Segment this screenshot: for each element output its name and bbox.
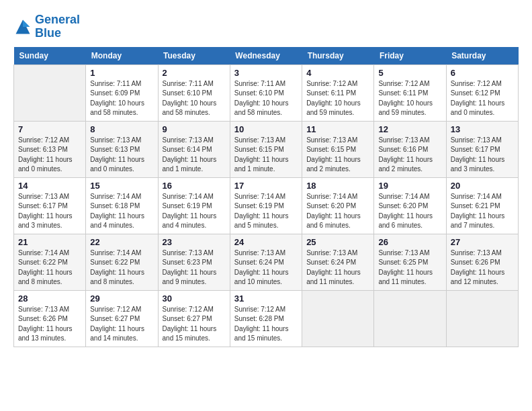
calendar-cell (14, 64, 86, 121)
day-header-friday: Friday (374, 47, 446, 65)
day-number: 23 (163, 237, 226, 247)
day-number: 18 (306, 181, 369, 191)
day-header-saturday: Saturday (446, 47, 518, 65)
day-header-wednesday: Wednesday (230, 47, 302, 65)
calendar-cell: 30Sunrise: 7:12 AMSunset: 6:27 PMDayligh… (158, 290, 230, 347)
day-info: Sunrise: 7:13 AMSunset: 6:14 PMDaylight:… (163, 136, 226, 175)
day-info: Sunrise: 7:11 AMSunset: 6:09 PMDaylight:… (90, 79, 153, 118)
day-info: Sunrise: 7:13 AMSunset: 6:17 PMDaylight:… (18, 192, 81, 231)
calendar-cell: 29Sunrise: 7:12 AMSunset: 6:27 PMDayligh… (86, 290, 158, 347)
day-number: 24 (234, 237, 298, 247)
day-info: Sunrise: 7:13 AMSunset: 6:26 PMDaylight:… (18, 305, 81, 344)
calendar-cell: 24Sunrise: 7:13 AMSunset: 6:24 PMDayligh… (230, 234, 302, 290)
day-number: 10 (234, 124, 298, 134)
day-number: 15 (90, 181, 153, 191)
day-info: Sunrise: 7:14 AMSunset: 6:20 PMDaylight:… (306, 192, 369, 231)
calendar-cell: 28Sunrise: 7:13 AMSunset: 6:26 PMDayligh… (14, 290, 86, 347)
day-info: Sunrise: 7:13 AMSunset: 6:13 PMDaylight:… (90, 136, 153, 175)
calendar-cell: 6Sunrise: 7:12 AMSunset: 6:12 PMDaylight… (446, 64, 518, 121)
day-number: 22 (90, 237, 153, 247)
day-number: 14 (18, 181, 81, 191)
day-number: 27 (451, 237, 514, 247)
logo-text: General Blue (35, 13, 80, 40)
week-row-4: 21Sunrise: 7:14 AMSunset: 6:22 PMDayligh… (14, 234, 519, 290)
calendar-cell: 16Sunrise: 7:14 AMSunset: 6:19 PMDayligh… (158, 177, 230, 234)
day-info: Sunrise: 7:12 AMSunset: 6:12 PMDaylight:… (451, 79, 514, 118)
day-info: Sunrise: 7:14 AMSunset: 6:19 PMDaylight:… (163, 192, 226, 231)
calendar-cell: 21Sunrise: 7:14 AMSunset: 6:22 PMDayligh… (14, 234, 86, 290)
day-number: 16 (163, 181, 226, 191)
calendar-cell: 13Sunrise: 7:13 AMSunset: 6:17 PMDayligh… (446, 121, 518, 177)
day-info: Sunrise: 7:12 AMSunset: 6:11 PMDaylight:… (378, 79, 441, 118)
calendar-table: SundayMondayTuesdayWednesdayThursdayFrid… (13, 47, 519, 347)
week-row-3: 14Sunrise: 7:13 AMSunset: 6:17 PMDayligh… (14, 177, 519, 234)
day-number: 25 (306, 237, 369, 247)
day-info: Sunrise: 7:14 AMSunset: 6:21 PMDaylight:… (451, 192, 514, 231)
day-header-monday: Monday (86, 47, 158, 65)
day-number: 19 (378, 181, 441, 191)
day-info: Sunrise: 7:14 AMSunset: 6:20 PMDaylight:… (378, 192, 441, 231)
day-info: Sunrise: 7:12 AMSunset: 6:11 PMDaylight:… (306, 79, 369, 118)
day-info: Sunrise: 7:12 AMSunset: 6:28 PMDaylight:… (234, 305, 298, 344)
day-number: 28 (18, 293, 81, 304)
day-number: 7 (18, 124, 81, 134)
calendar-cell: 23Sunrise: 7:13 AMSunset: 6:23 PMDayligh… (158, 234, 230, 290)
day-info: Sunrise: 7:13 AMSunset: 6:17 PMDaylight:… (451, 136, 514, 175)
week-row-5: 28Sunrise: 7:13 AMSunset: 6:26 PMDayligh… (14, 290, 519, 347)
day-number: 17 (234, 181, 298, 191)
calendar-cell: 25Sunrise: 7:13 AMSunset: 6:24 PMDayligh… (302, 234, 374, 290)
day-header-sunday: Sunday (14, 47, 86, 65)
day-info: Sunrise: 7:13 AMSunset: 6:24 PMDaylight:… (306, 248, 369, 287)
calendar-cell: 11Sunrise: 7:13 AMSunset: 6:15 PMDayligh… (302, 121, 374, 177)
day-number: 11 (306, 124, 369, 134)
calendar-cell: 19Sunrise: 7:14 AMSunset: 6:20 PMDayligh… (374, 177, 446, 234)
day-number: 4 (306, 68, 369, 78)
calendar-cell: 3Sunrise: 7:11 AMSunset: 6:10 PMDaylight… (230, 64, 302, 121)
calendar-cell: 27Sunrise: 7:13 AMSunset: 6:26 PMDayligh… (446, 234, 518, 290)
day-number: 13 (451, 124, 514, 134)
calendar-cell: 14Sunrise: 7:13 AMSunset: 6:17 PMDayligh… (14, 177, 86, 234)
logo-icon (13, 17, 32, 36)
calendar-cell: 17Sunrise: 7:14 AMSunset: 6:19 PMDayligh… (230, 177, 302, 234)
day-info: Sunrise: 7:14 AMSunset: 6:22 PMDaylight:… (18, 248, 81, 287)
calendar-cell: 18Sunrise: 7:14 AMSunset: 6:20 PMDayligh… (302, 177, 374, 234)
calendar-cell: 10Sunrise: 7:13 AMSunset: 6:15 PMDayligh… (230, 121, 302, 177)
day-info: Sunrise: 7:13 AMSunset: 6:23 PMDaylight:… (163, 248, 226, 287)
day-number: 9 (163, 124, 226, 134)
calendar-cell: 5Sunrise: 7:12 AMSunset: 6:11 PMDaylight… (374, 64, 446, 121)
day-number: 1 (90, 68, 153, 78)
week-row-1: 1Sunrise: 7:11 AMSunset: 6:09 PMDaylight… (14, 64, 519, 121)
day-info: Sunrise: 7:13 AMSunset: 6:15 PMDaylight:… (306, 136, 369, 175)
day-number: 29 (90, 293, 153, 304)
day-info: Sunrise: 7:11 AMSunset: 6:10 PMDaylight:… (234, 79, 298, 118)
day-info: Sunrise: 7:12 AMSunset: 6:13 PMDaylight:… (18, 136, 81, 175)
calendar-cell: 2Sunrise: 7:11 AMSunset: 6:10 PMDaylight… (158, 64, 230, 121)
day-header-tuesday: Tuesday (158, 47, 230, 65)
calendar-cell: 22Sunrise: 7:14 AMSunset: 6:22 PMDayligh… (86, 234, 158, 290)
day-number: 30 (163, 293, 226, 304)
day-number: 3 (234, 68, 298, 78)
calendar-cell: 7Sunrise: 7:12 AMSunset: 6:13 PMDaylight… (14, 121, 86, 177)
day-info: Sunrise: 7:12 AMSunset: 6:27 PMDaylight:… (163, 305, 226, 344)
day-number: 8 (90, 124, 153, 134)
day-info: Sunrise: 7:13 AMSunset: 6:15 PMDaylight:… (234, 136, 298, 175)
day-info: Sunrise: 7:14 AMSunset: 6:19 PMDaylight:… (234, 192, 298, 231)
svg-marker-1 (23, 19, 30, 27)
calendar-cell: 1Sunrise: 7:11 AMSunset: 6:09 PMDaylight… (86, 64, 158, 121)
calendar-cell: 31Sunrise: 7:12 AMSunset: 6:28 PMDayligh… (230, 290, 302, 347)
day-number: 31 (234, 293, 298, 304)
calendar-cell: 15Sunrise: 7:14 AMSunset: 6:18 PMDayligh… (86, 177, 158, 234)
day-number: 2 (163, 68, 226, 78)
day-info: Sunrise: 7:11 AMSunset: 6:10 PMDaylight:… (163, 79, 226, 118)
calendar-cell: 8Sunrise: 7:13 AMSunset: 6:13 PMDaylight… (86, 121, 158, 177)
calendar-cell: 12Sunrise: 7:13 AMSunset: 6:16 PMDayligh… (374, 121, 446, 177)
logo: General Blue (13, 13, 80, 40)
day-number: 5 (378, 68, 441, 78)
page-header: General Blue (13, 13, 519, 40)
calendar-cell (302, 290, 374, 347)
calendar-cell: 4Sunrise: 7:12 AMSunset: 6:11 PMDaylight… (302, 64, 374, 121)
day-info: Sunrise: 7:12 AMSunset: 6:27 PMDaylight:… (90, 305, 153, 344)
calendar-cell: 26Sunrise: 7:13 AMSunset: 6:25 PMDayligh… (374, 234, 446, 290)
header-row: SundayMondayTuesdayWednesdayThursdayFrid… (14, 47, 519, 65)
day-info: Sunrise: 7:14 AMSunset: 6:22 PMDaylight:… (90, 248, 153, 287)
